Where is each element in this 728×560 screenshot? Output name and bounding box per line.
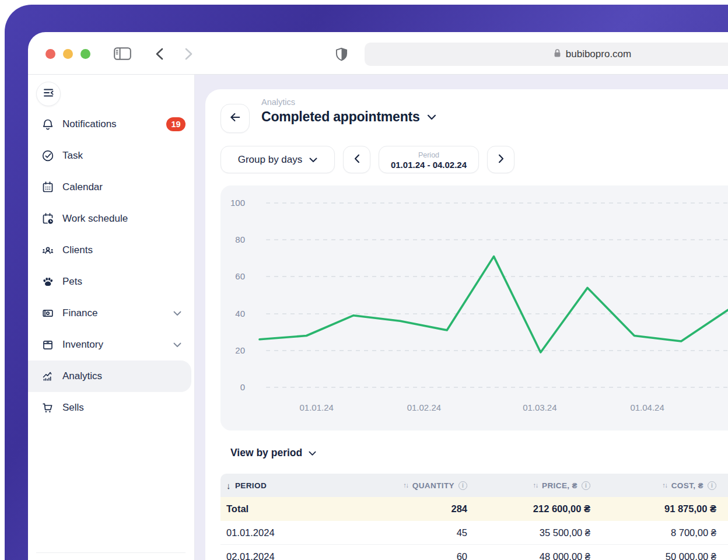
back-arrow-icon (229, 111, 242, 126)
sidebar-item-sells[interactable]: Sells (28, 392, 194, 424)
sidebar-toggle-icon[interactable] (114, 47, 131, 62)
calendar-clock-icon (41, 212, 55, 226)
view-by-label: View by period (230, 447, 302, 459)
bell-icon (41, 117, 55, 131)
sidebar-item-label: Sells (62, 402, 84, 414)
back-button[interactable] (220, 104, 250, 133)
sidebar-item-label: Calendar (62, 181, 103, 193)
table-total-row: Total 284 212 600,00 ₴ 91 875,00 ₴ (220, 497, 728, 521)
collapse-menu-icon (44, 89, 54, 99)
breadcrumb: Analytics (261, 97, 295, 107)
sidebar-item-label: Work schedule (62, 213, 128, 225)
chevron-down-icon (309, 447, 316, 459)
column-header-price[interactable]: ↑↓ PRICE, ₴ i (479, 481, 602, 490)
check-circle-icon (41, 149, 55, 163)
period-next-button[interactable] (487, 146, 514, 173)
table-header-row: ↓ PERIOD ↑↓ QUANTITY i ↑↓ PRICE, ₴ i ↑↓ … (220, 474, 728, 497)
sidebar-item-finance[interactable]: Finance (28, 298, 194, 329)
sidebar-item-task[interactable]: Task (28, 140, 194, 172)
table-row: 02.01.2024 60 48 000,00 ₴ 50 000,00 ₴ (220, 545, 728, 560)
period-value: 01.01.24 - 04.02.24 (391, 160, 467, 170)
chevron-left-icon (354, 154, 360, 166)
column-header-period[interactable]: ↓ PERIOD (220, 481, 354, 491)
sort-arrows-icon: ↑↓ (662, 482, 667, 489)
sidebar-nav: Notifications 19 Task (28, 108, 194, 424)
group-by-label: Group by days (238, 154, 303, 166)
analytics-icon (41, 369, 55, 383)
calendar-icon (41, 180, 55, 194)
notifications-badge: 19 (166, 117, 186, 131)
view-by-dropdown[interactable]: View by period (230, 447, 316, 459)
chart-line-svg (220, 186, 728, 430)
sidebar-item-inventory[interactable]: Inventory (28, 329, 194, 360)
sort-arrows-icon: ↑↓ (403, 482, 408, 489)
sidebar-item-calendar[interactable]: Calendar (28, 172, 194, 203)
screenshot-stage: bubibopro.com (0, 0, 728, 560)
sort-arrow-down-icon: ↓ (226, 481, 231, 491)
sidebar-bottom-divider (36, 552, 186, 553)
sidebar-item-label: Notifications (62, 118, 117, 130)
paw-icon (41, 275, 55, 289)
column-header-quantity[interactable]: ↑↓ QUANTITY i (354, 481, 479, 490)
shield-icon[interactable] (334, 47, 349, 64)
sidebar-collapse-button[interactable] (36, 82, 61, 106)
traffic-light-zoom[interactable] (80, 49, 90, 59)
forward-icon[interactable] (184, 48, 194, 62)
period-prev-button[interactable] (343, 146, 370, 173)
back-icon[interactable] (155, 48, 164, 62)
cart-icon (41, 401, 55, 415)
traffic-light-close[interactable] (46, 49, 55, 59)
finance-icon (41, 306, 55, 320)
page-title: Completed appointments (261, 109, 420, 125)
info-icon[interactable]: i (582, 481, 590, 490)
column-header-cost[interactable]: ↑↓ COST, ₴ i (602, 481, 728, 490)
chevron-down-icon (173, 311, 181, 316)
sidebar-item-clients[interactable]: Clients (28, 235, 194, 266)
chevron-down-icon (309, 154, 317, 166)
sidebar-item-label: Finance (62, 307, 97, 319)
sidebar-item-label: Task (62, 150, 83, 162)
sidebar-item-label: Clients (62, 244, 93, 256)
sidebar-item-work-schedule[interactable]: Work schedule (28, 203, 194, 235)
sidebar-item-label: Inventory (62, 339, 103, 351)
sidebar-item-label: Pets (62, 276, 82, 288)
url-text: bubibopro.com (566, 48, 631, 60)
period-selector[interactable]: Period 01.01.24 - 04.02.24 (379, 146, 479, 173)
sort-arrows-icon: ↑↓ (533, 482, 538, 489)
line-chart: 10080604020001.01.2401.02.2401.03.2401.0… (220, 186, 728, 430)
table-row: 01.01.2024 45 35 500,00 ₴ 8 700,00 ₴ (220, 521, 728, 545)
sidebar-item-pets[interactable]: Pets (28, 266, 194, 298)
period-table: ↓ PERIOD ↑↓ QUANTITY i ↑↓ PRICE, ₴ i ↑↓ … (220, 474, 728, 560)
sidebar-item-analytics[interactable]: Analytics (28, 360, 191, 392)
chevron-right-icon (498, 154, 504, 166)
info-icon[interactable]: i (459, 481, 467, 490)
sidebar-item-notifications[interactable]: Notifications 19 (28, 108, 194, 140)
group-by-dropdown[interactable]: Group by days (220, 146, 335, 173)
sidebar-item-label: Analytics (62, 370, 102, 382)
inventory-icon (41, 338, 55, 352)
traffic-light-minimize[interactable] (63, 49, 73, 59)
title-chevron-down-icon[interactable] (427, 112, 436, 123)
app-sidebar: Notifications 19 Task (28, 75, 195, 560)
period-label: Period (418, 151, 439, 159)
info-icon[interactable]: i (708, 481, 716, 490)
lock-icon (553, 48, 562, 61)
clients-icon (41, 243, 55, 257)
address-bar[interactable]: bubibopro.com (365, 43, 728, 66)
chevron-down-icon (173, 342, 181, 348)
